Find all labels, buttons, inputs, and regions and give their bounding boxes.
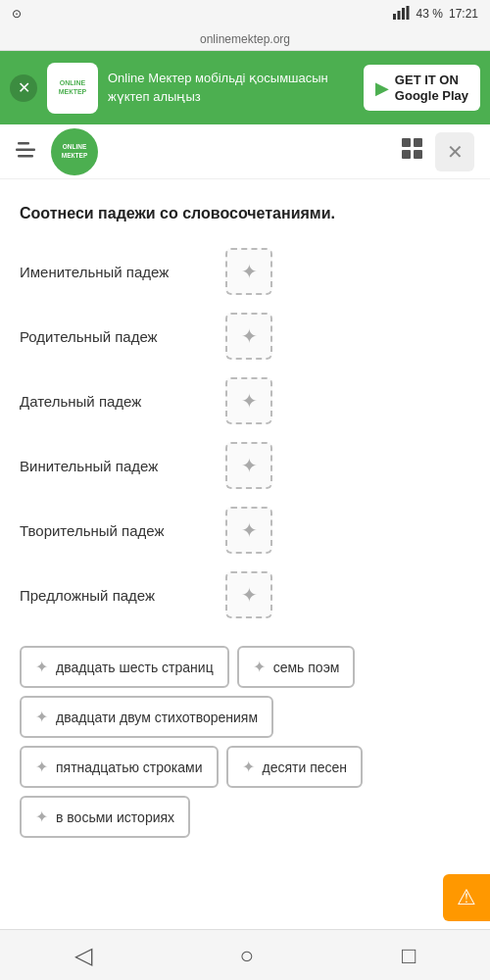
drop-target-4[interactable]: ✦ <box>225 507 272 554</box>
drag-item-text-5: в восьми историях <box>56 809 174 825</box>
drag-item-5[interactable]: ✦ в восьми историях <box>20 796 190 838</box>
nav-logo: ONLINE МЕКТЕР <box>51 128 98 175</box>
drag-item-text-4: десяти песен <box>263 760 348 775</box>
svg-rect-8 <box>414 138 422 147</box>
status-icon: ⊙ <box>12 7 22 21</box>
grid-view-button[interactable] <box>402 138 423 165</box>
drag-handle-icon-1: ✦ <box>253 658 266 676</box>
matching-row-5: Предложный падеж ✦ <box>20 571 470 618</box>
drag-item-4[interactable]: ✦ десяти песен <box>226 746 364 788</box>
drag-item-2[interactable]: ✦ двадцати двум стихотворениям <box>20 696 273 738</box>
task-title: Соотнеси падежи со словосочетаниями. <box>20 203 470 224</box>
nav-left-group: ONLINE МЕКТЕР <box>16 128 98 175</box>
play-pre-text: GET IT ON <box>395 73 468 88</box>
drop-target-5[interactable]: ✦ <box>225 571 272 618</box>
alert-icon: ⚠ <box>457 885 476 910</box>
bottom-navigation: ◁ ○ □ <box>0 929 490 980</box>
nav-logo-line1: ONLINE <box>62 143 88 151</box>
drop-icon-2: ✦ <box>241 389 258 413</box>
drag-item-3[interactable]: ✦ пятнадцатью строками <box>20 746 219 788</box>
drop-target-3[interactable]: ✦ <box>225 442 272 489</box>
matching-row-0: Именительный падеж ✦ <box>20 248 470 295</box>
banner-close-icon: ✕ <box>18 78 30 97</box>
url-bar: onlinemektep.org <box>0 27 490 51</box>
drop-icon-3: ✦ <box>241 454 258 477</box>
close-button[interactable]: ✕ <box>435 132 474 172</box>
status-left: ⊙ <box>12 7 22 21</box>
case-label-5: Предложный падеж <box>20 587 216 604</box>
svg-rect-2 <box>402 8 405 20</box>
drop-target-1[interactable]: ✦ <box>225 313 272 360</box>
drag-handle-icon-3: ✦ <box>35 758 48 776</box>
drop-icon-0: ✦ <box>241 260 258 283</box>
svg-rect-0 <box>393 14 396 20</box>
matching-row-1: Родительный падеж ✦ <box>20 313 470 360</box>
drop-target-2[interactable]: ✦ <box>225 377 272 424</box>
network-indicator <box>393 6 411 23</box>
drag-items-container: ✦ двадцать шесть страниц ✦ семь поэм ✦ д… <box>20 646 470 838</box>
banner-description: Online Мектер мобільді қосымшасын жүктеп… <box>108 70 354 105</box>
url-text: onlinemektep.org <box>200 32 290 46</box>
matching-row-3: Винительный падеж ✦ <box>20 442 470 489</box>
alert-button[interactable]: ⚠ <box>443 874 490 921</box>
banner-logo: ONLINE МЕКТЕР <box>47 63 98 114</box>
banner-close-button[interactable]: ✕ <box>10 74 37 102</box>
drag-item-1[interactable]: ✦ семь поэм <box>237 646 356 688</box>
play-store-text: GET IT ON Google Play <box>395 73 468 103</box>
status-right: 43 % 17:21 <box>393 6 478 23</box>
time-display: 17:21 <box>449 7 478 21</box>
svg-rect-5 <box>16 148 35 151</box>
svg-rect-1 <box>397 11 400 20</box>
svg-rect-6 <box>18 155 33 158</box>
navigation-bar: ONLINE МЕКТЕР ✕ <box>0 124 490 179</box>
back-button[interactable]: ◁ <box>67 934 100 977</box>
google-play-button[interactable]: ▶ GET IT ON Google Play <box>364 65 480 111</box>
drag-item-text-1: семь поэм <box>273 660 340 675</box>
drag-item-text-2: двадцати двум стихотворениям <box>56 710 258 725</box>
home-button[interactable]: ○ <box>232 934 263 977</box>
svg-rect-9 <box>402 150 411 159</box>
drag-item-text-0: двадцать шесть страниц <box>56 660 214 675</box>
app-banner: ✕ ONLINE МЕКТЕР Online Мектер мобільді қ… <box>0 51 490 124</box>
drag-item-text-3: пятнадцатью строками <box>56 760 203 775</box>
case-label-3: Винительный падеж <box>20 458 216 474</box>
play-label: Google Play <box>395 88 468 104</box>
matching-row-4: Творительный падеж ✦ <box>20 507 470 554</box>
main-content: Соотнеси падежи со словосочетаниями. Име… <box>0 179 490 858</box>
drag-handle-icon-5: ✦ <box>35 808 48 826</box>
svg-rect-4 <box>18 142 29 145</box>
drag-item-0[interactable]: ✦ двадцать шесть страниц <box>20 646 229 688</box>
case-label-1: Родительный падеж <box>20 328 216 345</box>
banner-logo-text: ONLINE МЕКТЕР <box>56 76 90 99</box>
drag-handle-icon-4: ✦ <box>242 758 255 776</box>
battery-text: 43 % <box>416 7 443 21</box>
status-bar: ⊙ 43 % 17:21 <box>0 0 490 27</box>
nav-right-group: ✕ <box>402 132 474 172</box>
close-icon: ✕ <box>447 140 464 164</box>
drag-handle-icon-2: ✦ <box>35 708 48 726</box>
play-store-icon: ▶ <box>375 77 389 99</box>
matching-row-2: Дательный падеж ✦ <box>20 377 470 424</box>
svg-rect-3 <box>406 6 409 20</box>
drop-icon-5: ✦ <box>241 583 258 607</box>
recent-apps-button[interactable]: □ <box>394 934 424 977</box>
case-label-0: Именительный падеж <box>20 264 216 280</box>
svg-rect-10 <box>414 150 422 159</box>
drop-icon-4: ✦ <box>241 518 258 542</box>
case-label-2: Дательный падеж <box>20 393 216 410</box>
svg-rect-7 <box>402 138 411 147</box>
drag-handle-icon-0: ✦ <box>35 658 48 676</box>
nav-logo-line2: МЕКТЕР <box>62 152 88 160</box>
drop-target-0[interactable]: ✦ <box>225 248 272 295</box>
case-label-4: Творительный падеж <box>20 522 216 539</box>
hamburger-menu-button[interactable] <box>16 139 39 165</box>
drop-icon-1: ✦ <box>241 324 258 348</box>
